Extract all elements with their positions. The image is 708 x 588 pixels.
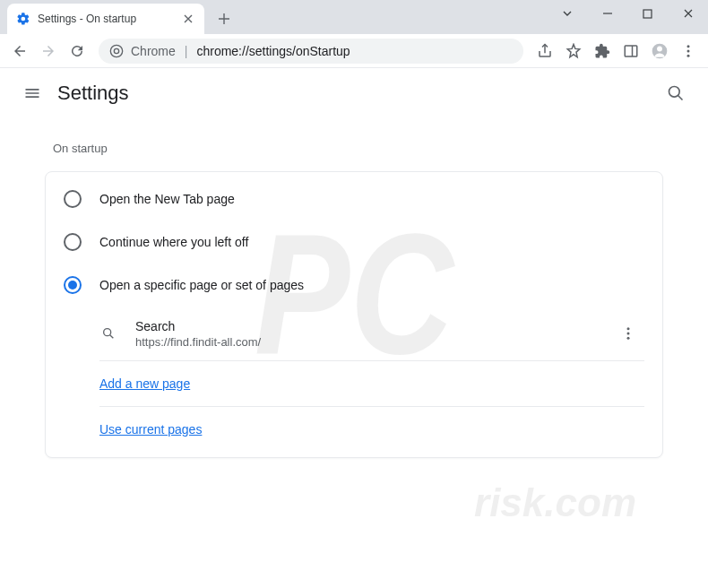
startup-page-url: https://find.findit-all.com/ xyxy=(135,335,612,349)
address-bar[interactable]: Chrome | chrome://settings/onStartup xyxy=(99,39,523,64)
browser-tab[interactable]: Settings - On startup xyxy=(7,4,204,34)
radio-option-continue[interactable]: Continue where you left off xyxy=(46,220,662,264)
radio-label: Open a specific page or set of pages xyxy=(99,278,304,292)
radio-option-new-tab[interactable]: Open the New Tab page xyxy=(46,177,662,220)
profile-icon[interactable] xyxy=(647,39,672,64)
extensions-icon[interactable] xyxy=(590,39,615,64)
new-tab-button[interactable] xyxy=(212,6,237,31)
svg-rect-0 xyxy=(643,10,652,18)
svg-rect-3 xyxy=(625,46,637,56)
close-icon[interactable] xyxy=(181,12,195,26)
radio-label: Continue where you left off xyxy=(99,235,248,249)
page-title: Settings xyxy=(57,82,129,105)
svg-point-15 xyxy=(627,333,630,335)
svg-line-13 xyxy=(110,335,114,339)
svg-point-6 xyxy=(657,46,662,51)
radio-icon xyxy=(64,276,82,294)
startup-page-info: Search https://find.findit-all.com/ xyxy=(135,319,612,349)
search-settings-button[interactable] xyxy=(658,75,694,111)
svg-point-12 xyxy=(104,329,111,336)
reload-button[interactable] xyxy=(65,39,90,64)
bookmark-icon[interactable] xyxy=(561,39,586,64)
hamburger-menu-button[interactable] xyxy=(14,75,50,111)
maximize-button[interactable] xyxy=(627,0,668,27)
svg-point-9 xyxy=(687,54,690,56)
svg-point-10 xyxy=(669,87,680,98)
minimize-button[interactable] xyxy=(587,0,627,27)
chrome-icon xyxy=(109,44,124,58)
back-button[interactable] xyxy=(7,39,32,64)
add-new-page-link[interactable]: Add a new page xyxy=(99,376,190,391)
search-icon xyxy=(99,324,117,342)
menu-icon[interactable] xyxy=(676,39,701,64)
omnibox-scheme: Chrome xyxy=(131,44,176,58)
more-actions-button[interactable] xyxy=(612,317,644,350)
svg-point-14 xyxy=(627,327,630,330)
share-icon[interactable] xyxy=(532,39,557,64)
browser-toolbar: Chrome | chrome://settings/onStartup xyxy=(0,34,708,68)
svg-point-16 xyxy=(627,337,630,340)
svg-point-2 xyxy=(114,48,118,53)
side-panel-icon[interactable] xyxy=(618,39,643,64)
radio-option-specific-pages[interactable]: Open a specific page or set of pages xyxy=(46,264,662,307)
radio-icon xyxy=(64,190,82,208)
chevron-down-icon[interactable] xyxy=(547,0,587,27)
svg-line-11 xyxy=(678,96,683,100)
section-label: On startup xyxy=(49,127,659,171)
radio-label: Open the New Tab page xyxy=(99,192,235,206)
use-current-row: Use current pages xyxy=(99,407,644,452)
omnibox-url: chrome://settings/onStartup xyxy=(196,44,350,58)
startup-page-row: Search https://find.findit-all.com/ xyxy=(99,307,644,361)
startup-page-title: Search xyxy=(135,319,612,333)
startup-card: Open the New Tab page Continue where you… xyxy=(45,171,663,458)
use-current-pages-link[interactable]: Use current pages xyxy=(99,422,202,437)
omnibox-separator: | xyxy=(185,44,188,58)
settings-header: Settings xyxy=(0,68,708,118)
forward-button[interactable] xyxy=(36,39,61,64)
gear-icon xyxy=(16,12,30,26)
radio-icon xyxy=(64,233,82,251)
tab-title: Settings - On startup xyxy=(38,13,181,25)
startup-pages-subsection: Search https://find.findit-all.com/ Add … xyxy=(46,307,662,452)
add-page-row: Add a new page xyxy=(99,361,644,407)
svg-point-1 xyxy=(110,45,122,56)
window-controls xyxy=(547,0,708,27)
window-titlebar: Settings - On startup xyxy=(0,0,708,34)
svg-point-7 xyxy=(687,45,690,48)
close-window-button[interactable] xyxy=(668,0,708,27)
svg-point-8 xyxy=(687,49,690,52)
settings-main: On startup Open the New Tab page Continu… xyxy=(0,118,708,467)
